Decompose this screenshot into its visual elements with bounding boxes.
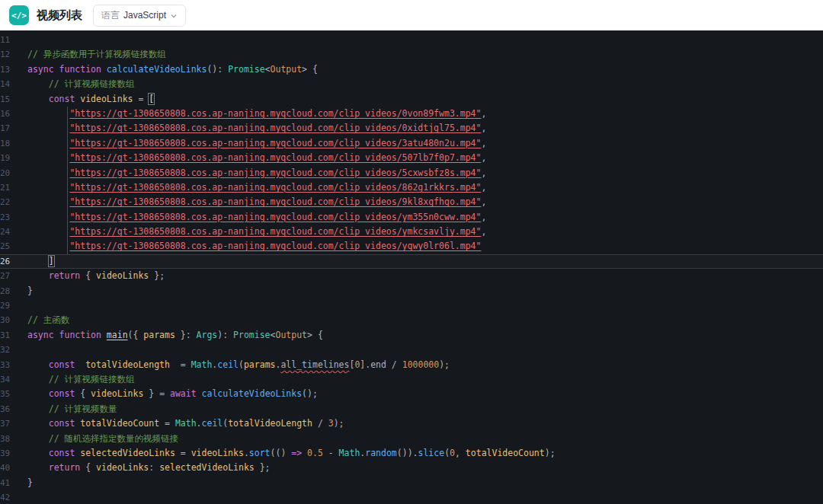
line-number: 14 bbox=[0, 77, 27, 91]
code-text: const totalVideoLength = Math.ceil(param… bbox=[27, 358, 450, 372]
code-line[interactable]: 25 "https://gt-1308650808.cos.ap-nanjing… bbox=[0, 239, 823, 254]
token-plain: > { bbox=[302, 64, 318, 75]
token-type: Promise bbox=[233, 330, 270, 340]
token-keyword: const bbox=[49, 359, 85, 370]
token-function: slice bbox=[418, 448, 445, 458]
line-number: 11 bbox=[0, 33, 27, 47]
code-line[interactable]: 23 "https://gt-1308650808.cos.ap-nanjing… bbox=[0, 210, 823, 225]
code-line[interactable]: 22 "https://gt-1308650808.cos.ap-nanjing… bbox=[0, 195, 823, 209]
token-variable: videoLinks bbox=[96, 462, 149, 473]
code-line[interactable]: 26 ] bbox=[0, 254, 823, 269]
line-number: 29 bbox=[0, 298, 27, 313]
line-number: 37 bbox=[0, 416, 27, 431]
code-line[interactable]: 32 bbox=[0, 343, 823, 357]
token-variable: totalVideoCount bbox=[80, 418, 159, 429]
token-plain bbox=[27, 108, 69, 119]
token-plain bbox=[27, 462, 49, 473]
code-line[interactable]: 12// 异步函数用于计算视频链接数组 bbox=[0, 47, 823, 62]
token-plain: ); bbox=[334, 418, 344, 429]
token-plain: } bbox=[27, 285, 33, 296]
line-number: 39 bbox=[0, 446, 27, 461]
line-number: 25 bbox=[0, 239, 27, 254]
token-plain: ( bbox=[239, 359, 244, 370]
code-line[interactable]: 36 // 计算视频数量 bbox=[0, 402, 823, 416]
token-variable: totalVideoCount bbox=[466, 448, 545, 458]
token-keyword: function bbox=[59, 330, 107, 340]
language-value: JavaScript bbox=[123, 10, 166, 21]
token-plain: { bbox=[80, 270, 96, 281]
code-line[interactable]: 33 const totalVideoLength = Math.ceil(pa… bbox=[0, 358, 823, 372]
code-text: // 计算视频数量 bbox=[27, 402, 117, 416]
line-number: 31 bbox=[0, 328, 27, 343]
chevron-down-icon bbox=[170, 12, 178, 20]
line-number: 35 bbox=[0, 387, 27, 401]
code-text: const { videoLinks } = await calculateVi… bbox=[27, 387, 318, 401]
code-line[interactable]: 37 const totalVideoCount = Math.ceil(tot… bbox=[0, 416, 823, 431]
code-line[interactable]: 29 bbox=[0, 298, 823, 313]
token-orange: 1000000 bbox=[402, 359, 439, 370]
token-function: ceil bbox=[217, 359, 239, 370]
code-text: ] bbox=[27, 254, 54, 269]
code-line[interactable]: 31async function main({ params }: Args):… bbox=[0, 328, 823, 343]
token-plain: (() bbox=[271, 448, 292, 458]
code-line[interactable]: 30// 主函数 bbox=[0, 313, 823, 327]
token-plain bbox=[27, 241, 69, 251]
line-number: 22 bbox=[0, 195, 27, 209]
line-number: 16 bbox=[0, 107, 27, 121]
line-number: 41 bbox=[0, 476, 27, 490]
code-text: } bbox=[27, 476, 33, 490]
code-text: const totalVideoCount = Math.ceil(totalV… bbox=[27, 416, 344, 431]
code-line[interactable]: 15 const videoLinks = [ bbox=[0, 92, 823, 107]
line-number: 21 bbox=[0, 180, 27, 195]
code-line[interactable]: 18 "https://gt-1308650808.cos.ap-nanjing… bbox=[0, 136, 823, 151]
code-line[interactable]: 14 // 计算视频链接数组 bbox=[0, 77, 823, 91]
code-text: return { videoLinks }; bbox=[27, 269, 165, 283]
token-comment: // 计算视频数量 bbox=[49, 404, 117, 414]
token-plain: , bbox=[481, 138, 486, 148]
code-line[interactable]: 13async function calculateVideoLinks(): … bbox=[0, 62, 823, 77]
line-number: 40 bbox=[0, 461, 27, 475]
code-line[interactable]: 16 "https://gt-1308650808.cos.ap-nanjing… bbox=[0, 107, 823, 121]
code-line[interactable]: 35 const { videoLinks } = await calculat… bbox=[0, 387, 823, 401]
code-line[interactable]: 41} bbox=[0, 476, 823, 490]
token-orange: 0 bbox=[450, 448, 455, 458]
token-string: "https://gt-1308650808.cos.ap-nanjing.my… bbox=[69, 138, 481, 148]
code-line[interactable]: 24 "https://gt-1308650808.cos.ap-nanjing… bbox=[0, 225, 823, 239]
code-line[interactable]: 17 "https://gt-1308650808.cos.ap-nanjing… bbox=[0, 121, 823, 136]
code-line[interactable]: 42 bbox=[0, 490, 823, 504]
code-text: "https://gt-1308650808.cos.ap-nanjing.my… bbox=[27, 151, 486, 165]
token-string: "https://gt-1308650808.cos.ap-nanjing.my… bbox=[69, 167, 481, 178]
code-line[interactable]: 38 // 随机选择指定数量的视频链接 bbox=[0, 432, 823, 446]
code-editor[interactable]: 1112// 异步函数用于计算视频链接数组13async function ca… bbox=[0, 30, 823, 504]
token-keyword: await bbox=[170, 388, 197, 399]
line-number: 15 bbox=[0, 92, 27, 107]
code-line[interactable]: 28} bbox=[0, 284, 823, 298]
language-selector[interactable]: 语言 JavaScript bbox=[93, 5, 186, 27]
code-line[interactable]: 19 "https://gt-1308650808.cos.ap-nanjing… bbox=[0, 151, 823, 165]
token-plain: }; bbox=[149, 270, 165, 281]
token-variable: totalVideoLength bbox=[85, 359, 170, 370]
token-plain bbox=[27, 448, 49, 458]
token-variable: videoLinks bbox=[96, 270, 149, 281]
token-plain bbox=[27, 388, 49, 399]
token-plain bbox=[27, 212, 69, 222]
code-text: return { videoLinks: selectedVideoLinks … bbox=[27, 461, 271, 475]
token-plain bbox=[27, 359, 49, 370]
token-keyword: const bbox=[49, 418, 81, 429]
code-line[interactable]: 40 return { videoLinks: selectedVideoLin… bbox=[0, 461, 823, 475]
line-number: 12 bbox=[0, 47, 27, 62]
token-string: "https://gt-1308650808.cos.ap-nanjing.my… bbox=[69, 152, 481, 163]
token-string: "https://gt-1308650808.cos.ap-nanjing.my… bbox=[69, 123, 481, 133]
code-line[interactable]: 34 // 计算视频链接数组 bbox=[0, 372, 823, 387]
code-line[interactable]: 21 "https://gt-1308650808.cos.ap-nanjing… bbox=[0, 180, 823, 195]
token-string: "https://gt-1308650808.cos.ap-nanjing.my… bbox=[69, 226, 481, 237]
code-text: "https://gt-1308650808.cos.ap-nanjing.my… bbox=[27, 239, 481, 254]
code-line[interactable]: 11 bbox=[0, 33, 823, 47]
token-plain bbox=[27, 123, 69, 133]
token-keyword: return bbox=[49, 462, 81, 473]
code-line[interactable]: 27 return { videoLinks }; bbox=[0, 269, 823, 283]
token-plain: < bbox=[265, 64, 271, 75]
code-line[interactable]: 39 const selectedVideoLinks = videoLinks… bbox=[0, 446, 823, 461]
code-line[interactable]: 20 "https://gt-1308650808.cos.ap-nanjing… bbox=[0, 166, 823, 180]
token-function: calculateVideoLinks bbox=[202, 388, 303, 399]
